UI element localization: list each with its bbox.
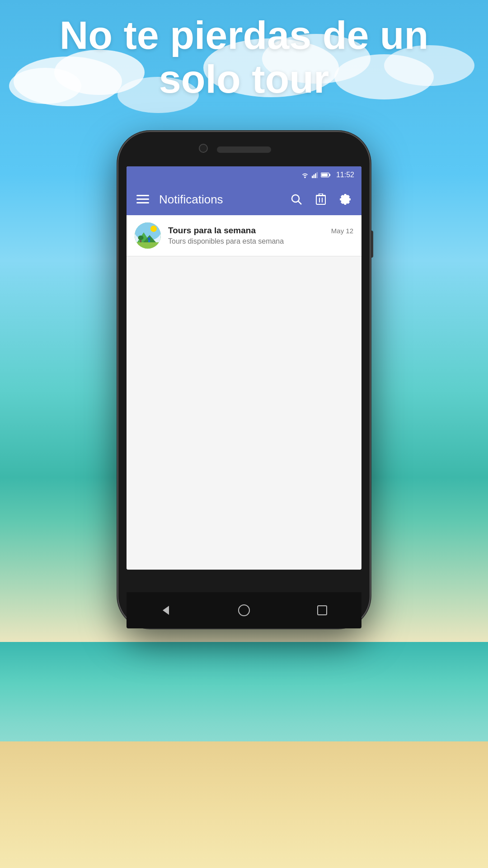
svg-rect-34	[148, 240, 150, 242]
notification-body: Tours disponibles para esta semana	[168, 237, 353, 245]
phone-camera	[199, 144, 208, 153]
sand-background	[0, 741, 488, 868]
status-time: 11:52	[336, 171, 354, 179]
phone-speaker	[217, 146, 271, 153]
svg-rect-15	[136, 195, 149, 196]
nav-back-button[interactable]	[152, 597, 179, 624]
svg-rect-16	[136, 198, 149, 200]
notification-header: Tours para la semana May 12	[168, 226, 353, 236]
notification-title: Tours para la semana	[168, 226, 256, 236]
notification-content: Tours para la semana May 12 Tours dispon…	[168, 226, 353, 245]
wifi-icon	[301, 172, 309, 178]
notification-avatar-image	[135, 222, 161, 249]
svg-rect-21	[319, 198, 320, 203]
nav-recents-button[interactable]	[309, 597, 336, 624]
phone-body: 11:52 Notifications	[117, 131, 371, 628]
svg-rect-20	[316, 196, 325, 204]
svg-point-32	[138, 236, 144, 240]
hero-line1: No te pierdas de un	[60, 13, 429, 57]
svg-rect-14	[321, 174, 328, 176]
hamburger-icon	[136, 195, 149, 204]
phone-nav-bar	[127, 592, 361, 628]
delete-button[interactable]	[313, 191, 329, 208]
phone-frame: 11:52 Notifications	[117, 131, 371, 628]
phone-screen: 11:52 Notifications	[127, 166, 361, 570]
notification-avatar	[135, 222, 161, 249]
notification-list: Tours para la semana May 12 Tours dispon…	[127, 215, 361, 256]
svg-point-27	[150, 226, 157, 232]
svg-rect-9	[313, 175, 314, 178]
empty-content-area	[127, 256, 361, 570]
signal-icon	[312, 172, 318, 178]
svg-rect-22	[322, 198, 323, 203]
menu-icon[interactable]	[135, 191, 151, 208]
svg-point-18	[292, 195, 299, 202]
search-button[interactable]	[288, 191, 305, 208]
svg-rect-24	[319, 193, 323, 195]
app-bar: Notifications	[127, 184, 361, 215]
svg-rect-11	[316, 172, 318, 178]
phone-side-button	[371, 231, 373, 258]
svg-rect-13	[329, 174, 330, 176]
svg-rect-8	[312, 176, 313, 178]
hero-line2: solo tour	[159, 57, 329, 101]
svg-line-19	[298, 201, 301, 204]
recents-square-icon	[316, 604, 328, 616]
home-circle-icon	[238, 604, 250, 617]
svg-point-36	[239, 605, 249, 616]
svg-rect-10	[315, 174, 316, 179]
notification-item[interactable]: Tours para la semana May 12 Tours dispon…	[127, 215, 361, 256]
hero-text: No te pierdas de un solo tour	[0, 14, 488, 101]
notification-date: May 12	[331, 227, 353, 235]
svg-marker-35	[163, 606, 169, 615]
status-icons: 11:52	[301, 171, 354, 179]
app-bar-title: Notifications	[159, 193, 280, 207]
search-icon	[291, 193, 302, 205]
trash-icon	[316, 193, 326, 205]
nav-home-button[interactable]	[230, 597, 258, 624]
status-bar: 11:52	[127, 166, 361, 184]
svg-point-33	[148, 237, 150, 240]
svg-rect-17	[136, 202, 149, 203]
battery-icon	[321, 172, 331, 178]
back-icon	[159, 604, 173, 617]
svg-rect-37	[318, 606, 327, 615]
svg-rect-30	[135, 242, 161, 249]
gear-icon	[339, 193, 351, 205]
settings-button[interactable]	[337, 191, 353, 208]
